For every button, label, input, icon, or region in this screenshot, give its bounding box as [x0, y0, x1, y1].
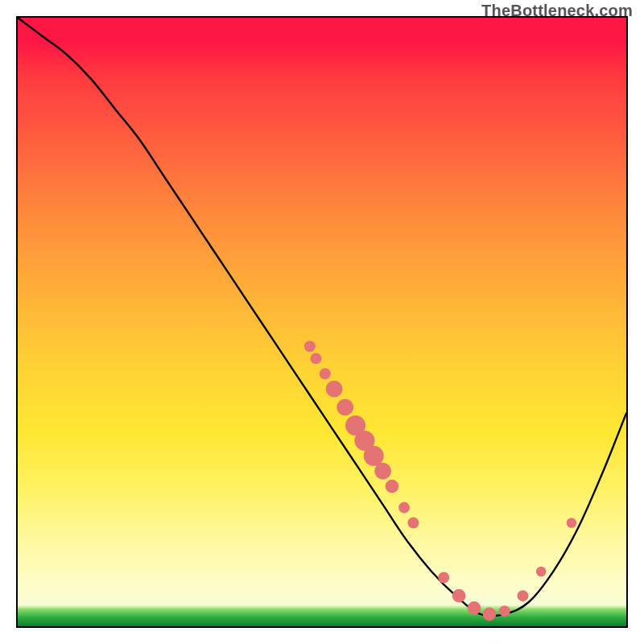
curve-marker — [438, 572, 449, 584]
curve-marker — [452, 589, 466, 603]
chart-container: TheBottleneck.com — [0, 0, 644, 644]
curve-marker — [320, 368, 331, 379]
curve-marker — [536, 567, 547, 577]
curve-marker — [567, 518, 577, 528]
curve-marker — [374, 463, 391, 480]
curve-marker — [386, 480, 399, 493]
curve-marker — [398, 502, 410, 514]
curve-marker — [468, 601, 481, 615]
plot-area — [16, 16, 628, 628]
curve-marker — [326, 381, 343, 398]
curve-marker — [499, 605, 510, 617]
curve-marker — [518, 590, 529, 601]
curve-marker — [364, 446, 384, 466]
curve-markers — [304, 341, 576, 621]
curve-marker — [336, 398, 353, 415]
curve-marker — [310, 353, 321, 364]
curve-marker — [407, 518, 419, 529]
curve-layer — [18, 18, 626, 626]
curve-marker — [483, 608, 497, 621]
match-curve — [18, 18, 626, 616]
curve-marker — [304, 341, 316, 352]
